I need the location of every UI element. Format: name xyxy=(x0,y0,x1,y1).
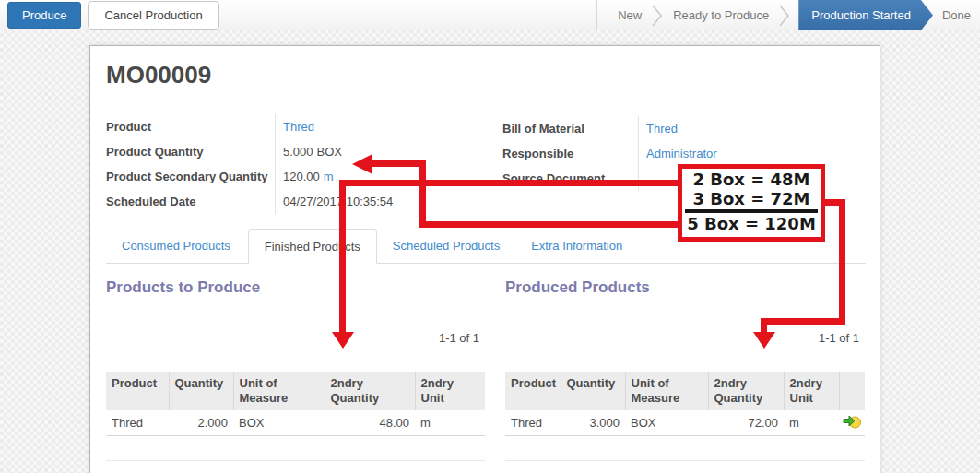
status-new[interactable]: New xyxy=(608,8,651,22)
annotation-sum-divider xyxy=(685,209,818,213)
field-row: Bill of Material Thred xyxy=(502,116,875,141)
cell-quantity: 2.000 xyxy=(169,410,233,435)
tab-finished-products[interactable]: Finished Products xyxy=(248,229,377,264)
col-actions xyxy=(839,372,865,410)
status-ready-to-produce[interactable]: Ready to Produce xyxy=(664,8,778,22)
field-label-responsible: Responsible xyxy=(502,141,639,166)
annotation-line xyxy=(339,180,678,186)
cell-product: Thred xyxy=(505,410,561,435)
chevron-right-icon xyxy=(779,4,790,28)
field-value-responsible[interactable]: Administrator xyxy=(646,147,717,160)
col-quantity: Quantity xyxy=(561,372,625,410)
empty-row xyxy=(505,435,865,460)
field-value-bill-of-material[interactable]: Thred xyxy=(646,122,678,136)
top-toolbar: Produce Cancel Production New Ready to P… xyxy=(0,0,980,30)
cell-2ndry-unit: m xyxy=(784,410,839,435)
field-value-product[interactable]: Thred xyxy=(283,120,314,134)
annotation-line xyxy=(339,180,346,332)
section-produced-products: Produced Products 1-1 of 1 Product Quant… xyxy=(505,278,865,473)
field-label-product-secondary-quantity: Product Secondary Quantity xyxy=(106,164,276,189)
cell-2ndry-quantity: 72.00 xyxy=(708,410,784,435)
col-2ndry-unit: 2ndry Unit xyxy=(784,372,839,410)
col-2ndry-quantity: 2ndry Quantity xyxy=(325,372,415,410)
status-done[interactable]: Done xyxy=(933,8,980,22)
annotation-line xyxy=(419,160,426,228)
field-row: Responsible Administrator xyxy=(502,141,875,166)
field-row: Scheduled Date 04/27/2017 10:35:54 xyxy=(106,189,495,214)
col-product: Product xyxy=(505,372,561,410)
empty-row xyxy=(505,460,865,473)
pager: 1-1 of 1 xyxy=(819,331,859,345)
cell-uom: BOX xyxy=(625,410,708,435)
field-group-left: Product Thred Product Quantity 5.000 BOX… xyxy=(106,114,495,214)
cell-quantity: 3.000 xyxy=(561,410,625,435)
field-label-product: Product xyxy=(106,114,276,139)
produced-products-table: Product Quantity Unit of Measure 2ndry Q… xyxy=(505,372,865,473)
field-label-bill-of-material: Bill of Material xyxy=(502,116,639,141)
form-sheet: MO00009 Product Thred Product Quantity 5… xyxy=(89,45,880,473)
col-product: Product xyxy=(106,372,169,410)
section-title: Products to Produce xyxy=(106,278,485,297)
cancel-production-button[interactable]: Cancel Production xyxy=(88,1,218,30)
annotation-line-2: 3 Box = 72M xyxy=(682,189,821,208)
field-label-scheduled-date: Scheduled Date xyxy=(106,189,276,214)
col-2ndry-quantity: 2ndry Quantity xyxy=(708,372,784,410)
chevron-right-icon xyxy=(652,4,663,28)
table-row[interactable]: Thred 2.000 BOX 48.00 m xyxy=(106,410,485,435)
annotation-line xyxy=(369,160,426,167)
col-quantity: Quantity xyxy=(169,372,233,410)
cell-product: Thred xyxy=(106,410,169,435)
tab-scheduled-products[interactable]: Scheduled Products xyxy=(377,229,515,263)
field-row: Product Quantity 5.000 BOX xyxy=(106,139,495,164)
cell-2ndry-quantity: 48.00 xyxy=(325,410,415,435)
status-production-started[interactable]: Production Started xyxy=(798,0,933,30)
tab-consumed-products[interactable]: Consumed Products xyxy=(106,229,246,263)
pager: 1-1 of 1 xyxy=(439,331,479,345)
table-header-row: Product Quantity Unit of Measure 2ndry Q… xyxy=(106,372,485,410)
section-products-to-produce: Products to Produce 1-1 of 1 Product Qua… xyxy=(106,278,485,473)
table-row[interactable]: Thred 3.000 BOX 72.00 m xyxy=(505,410,865,435)
field-unit-m: m xyxy=(324,170,334,183)
col-2ndry-unit: 2ndry Unit xyxy=(415,372,485,410)
field-row: Product Thred xyxy=(106,114,495,139)
table-header-row: Product Quantity Unit of Measure 2ndry Q… xyxy=(505,372,865,410)
col-unit-of-measure: Unit of Measure xyxy=(233,372,325,410)
annotation-line-1: 2 Box = 48M xyxy=(682,170,821,189)
annotation-arrowhead-down xyxy=(753,332,775,349)
empty-row xyxy=(106,460,485,473)
field-value-product-secondary-quantity: 120.00 xyxy=(283,170,320,183)
produce-button[interactable]: Produce xyxy=(7,2,81,29)
cell-2ndry-unit: m xyxy=(415,410,485,435)
tab-extra-information[interactable]: Extra Information xyxy=(515,229,638,263)
page-title: MO00009 xyxy=(106,61,211,89)
products-to-produce-table: Product Quantity Unit of Measure 2ndry Q… xyxy=(106,372,485,473)
cell-uom: BOX xyxy=(233,410,325,435)
annotation-arrowhead-down xyxy=(332,332,354,349)
section-title: Produced Products xyxy=(505,278,865,297)
annotation-line xyxy=(761,318,845,325)
statusbar: New Ready to Produce Production Started … xyxy=(596,0,980,30)
field-value-scheduled-date: 04/27/2017 10:35:54 xyxy=(283,195,393,208)
field-label-product-quantity: Product Quantity xyxy=(106,139,276,164)
col-unit-of-measure: Unit of Measure xyxy=(625,372,708,410)
field-value-product-quantity: 5.000 xyxy=(283,145,313,159)
annotation-line xyxy=(419,221,678,228)
annotation-line-3: 5 Box = 120M xyxy=(682,214,821,233)
empty-row xyxy=(106,435,485,460)
annotation-calculation-box: 2 Box = 48M 3 Box = 72M 5 Box = 120M xyxy=(678,164,825,242)
annotation-line xyxy=(839,199,845,325)
produce-action-icon[interactable] xyxy=(843,414,861,429)
field-unit-box: BOX xyxy=(317,145,342,159)
field-label-source-document: Source Document xyxy=(502,166,639,191)
